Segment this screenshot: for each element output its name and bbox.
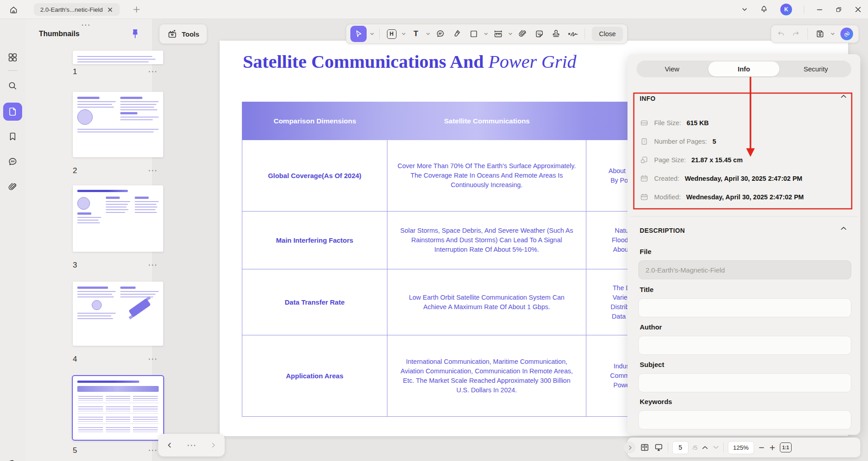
actual-size-button[interactable]: 1:1 <box>780 442 792 452</box>
sticker-tool-button[interactable] <box>533 27 546 41</box>
pin-icon[interactable] <box>130 28 141 40</box>
text-tool-button[interactable]: T <box>409 27 423 41</box>
author-field[interactable] <box>638 336 851 355</box>
highlighter-tool-button[interactable] <box>450 27 464 41</box>
calendar-icon <box>640 193 649 202</box>
more-icon[interactable] <box>152 264 153 266</box>
save-button[interactable] <box>815 29 825 39</box>
info-section-title: INFO <box>640 95 656 102</box>
thumbnail-page-1[interactable] <box>73 51 163 64</box>
stamp-tool-button[interactable] <box>549 27 563 41</box>
thumbnail-page-5-selected[interactable] <box>72 375 164 441</box>
paperclip-icon <box>7 182 18 193</box>
bookmarks-button[interactable] <box>3 127 22 146</box>
page-number-input[interactable]: 5 <box>672 441 689 454</box>
heading-tool-button[interactable]: H <box>385 27 398 41</box>
zoom-in-button[interactable] <box>769 444 776 451</box>
close-window-button[interactable] <box>854 6 862 13</box>
signature-tool-button[interactable] <box>566 27 580 41</box>
more-icon[interactable] <box>152 358 153 360</box>
restore-button[interactable] <box>835 6 843 14</box>
thumbnail-page-number: 2 <box>73 166 77 175</box>
page-count-icon: 2 <box>640 137 649 146</box>
redo-button[interactable] <box>791 29 800 38</box>
notifications-button[interactable] <box>760 5 769 14</box>
table-cell: Global Coverage(As Of 2024) <box>242 140 387 212</box>
tab-security[interactable]: Security <box>780 61 851 77</box>
thumbnail-page-number: 4 <box>73 355 77 364</box>
chevron-down-icon[interactable] <box>401 32 406 36</box>
keywords-field[interactable] <box>638 410 851 429</box>
chevron-down-icon[interactable] <box>426 32 430 36</box>
document-tab[interactable]: 2.0-Earth's...netic-Field <box>34 3 120 16</box>
info-label: Modified: <box>654 193 681 201</box>
tools-button[interactable]: Tools <box>159 24 207 44</box>
collapse-panel-button[interactable] <box>624 442 636 453</box>
title-field-label: Title <box>640 286 654 293</box>
attach-tool-button[interactable] <box>516 27 529 41</box>
select-tool-button[interactable] <box>350 26 367 42</box>
ruler-icon <box>493 29 503 39</box>
tab-info[interactable]: Info <box>708 61 779 76</box>
page-nav-pill <box>158 434 225 456</box>
comment-icon <box>7 156 18 167</box>
subject-field[interactable] <box>638 373 851 392</box>
avatar[interactable]: K <box>780 4 792 15</box>
prev-chevron-icon[interactable] <box>166 442 173 448</box>
chevron-down-icon[interactable] <box>484 32 488 36</box>
document-title-main: Satellite Communications And <box>243 51 488 72</box>
thumbnail-page-4[interactable] <box>73 282 163 346</box>
info-label: File Size: <box>654 119 681 127</box>
table-cell: Main Interfering Factors <box>242 212 387 269</box>
theme-button[interactable] <box>3 455 22 461</box>
thumbnail-page-2[interactable] <box>73 92 163 157</box>
chevron-down-icon[interactable] <box>508 32 513 36</box>
signature-icon <box>567 29 579 39</box>
home-button[interactable] <box>7 4 20 16</box>
undo-button[interactable] <box>777 29 786 38</box>
thumbnails-panel-title: Thumbnails <box>39 30 80 38</box>
save-options-chevron-icon[interactable] <box>830 32 835 36</box>
tab-view[interactable]: View <box>637 61 708 77</box>
panel-drag-handle[interactable] <box>85 24 99 27</box>
collapse-toolbar-button[interactable] <box>741 6 748 13</box>
page-layout-button[interactable] <box>640 442 650 452</box>
more-icon[interactable] <box>152 450 153 451</box>
chevron-down-icon[interactable] <box>370 32 374 36</box>
new-tab-button[interactable] <box>132 5 141 14</box>
apps-grid-button[interactable] <box>3 48 22 66</box>
zoom-out-button[interactable] <box>758 444 765 451</box>
titlebar-separator <box>804 5 804 14</box>
previous-page-chevron-icon[interactable] <box>702 445 708 450</box>
comment-tool-button[interactable] <box>434 27 447 41</box>
thumbnail-page-number: 1 <box>73 67 77 76</box>
more-icon[interactable] <box>152 71 153 72</box>
shape-tool-button[interactable] <box>467 27 481 41</box>
cursor-icon <box>354 29 363 38</box>
theme-cards-icon <box>7 458 19 461</box>
zoom-level-input[interactable]: 125% <box>728 441 754 454</box>
description-section-title: DESCRIPTION <box>640 227 685 234</box>
presentation-button[interactable] <box>654 442 664 452</box>
heading-icon: H <box>387 29 396 39</box>
ai-assistant-button[interactable] <box>840 28 853 40</box>
file-field-label: File <box>640 248 651 255</box>
attachments-button[interactable] <box>3 178 22 196</box>
next-page-chevron-icon[interactable] <box>712 445 719 450</box>
close-toolbar-button[interactable]: Close <box>592 27 623 41</box>
thumbnails-panel-button[interactable] <box>3 103 22 121</box>
comments-button[interactable] <box>3 153 22 171</box>
tab-close-icon[interactable] <box>107 7 113 13</box>
title-field[interactable] <box>638 298 851 317</box>
measure-tool-button[interactable] <box>491 27 505 41</box>
next-chevron-icon[interactable] <box>210 442 217 448</box>
minimize-button[interactable] <box>816 6 823 13</box>
collapse-description-chevron-icon[interactable] <box>840 226 847 230</box>
quick-actions-toolbar <box>771 25 859 43</box>
more-icon[interactable] <box>152 170 153 171</box>
more-icon[interactable] <box>191 445 192 446</box>
thumbnail-page-3[interactable] <box>73 185 163 252</box>
file-field: 2.0-Earth's-Magnetic-Field <box>638 260 851 279</box>
search-button[interactable] <box>3 77 22 95</box>
collapse-info-chevron-icon[interactable] <box>840 94 847 99</box>
